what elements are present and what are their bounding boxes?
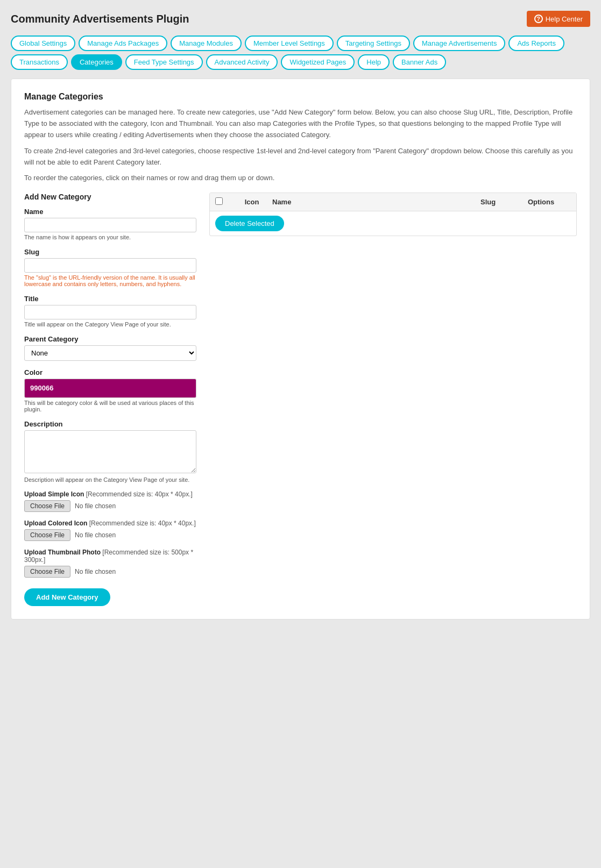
help-center-button[interactable]: ? Help Center (527, 11, 590, 27)
choose-thumbnail-button[interactable]: Choose File (24, 566, 70, 578)
parent-category-group: Parent Category None (24, 335, 196, 361)
nav-tab-manage-advertisements[interactable]: Manage Advertisements (413, 35, 505, 51)
section-title: Manage Categories (24, 92, 577, 102)
upload-simple-icon-row: Choose File No file chosen (24, 500, 196, 512)
nav-tab-transactions[interactable]: Transactions (11, 54, 68, 70)
nav-tab-global-settings[interactable]: Global Settings (11, 35, 75, 51)
main-content: Manage Categories Advertisement categori… (11, 79, 590, 620)
add-new-category-button[interactable]: Add New Category (24, 588, 110, 606)
slug-hint: The "slug" is the URL-friendly version o… (24, 274, 196, 287)
colored-icon-no-file: No file chosen (75, 531, 116, 539)
upload-thumbnail-group: Upload Thumbnail Photo [Recommended size… (24, 549, 196, 578)
title-label: Title (24, 295, 196, 303)
name-label: Name (24, 208, 196, 216)
add-category-form: Add New Category Name The name is how it… (24, 193, 196, 606)
slug-input[interactable] (24, 258, 196, 273)
parent-category-label: Parent Category (24, 335, 196, 343)
description-2: To create 2nd-level categories and 3rd-l… (24, 146, 577, 168)
options-column-header: Options (528, 198, 571, 206)
description-group: Description Description will appear on t… (24, 420, 196, 483)
choose-colored-icon-button[interactable]: Choose File (24, 529, 70, 541)
navigation-tabs: Global SettingsManage Ads PackagesManage… (11, 35, 590, 70)
nav-tab-advanced-activity[interactable]: Advanced Activity (206, 54, 278, 70)
title-input[interactable] (24, 305, 196, 319)
color-group: Color 990066 This will be category color… (24, 368, 196, 412)
upload-thumbnail-row: Choose File No file chosen (24, 566, 196, 578)
nav-tab-feed-type-settings[interactable]: Feed Type Settings (125, 54, 203, 70)
table-header: Icon Name Slug Options (210, 193, 576, 211)
help-icon: ? (534, 15, 543, 23)
nav-tab-manage-ads-packages[interactable]: Manage Ads Packages (79, 35, 167, 51)
delete-selected-button[interactable]: Delete Selected (215, 216, 284, 231)
title-group: Title Title will appear on the Category … (24, 295, 196, 328)
upload-simple-icon-label: Upload Simple Icon [Recommended size is:… (24, 490, 196, 498)
nav-tab-banner-ads[interactable]: Banner Ads (393, 54, 446, 70)
page-header: Community Advertisements Plugin ? Help C… (11, 11, 590, 27)
thumbnail-no-file: No file chosen (75, 568, 116, 575)
form-section-title: Add New Category (24, 193, 196, 201)
icon-column-header: Icon (236, 198, 268, 206)
color-hint: This will be category color & will be us… (24, 400, 196, 412)
page-title: Community Advertisements Plugin (11, 13, 189, 25)
name-column-header: Name (272, 198, 476, 206)
name-group: Name The name is how it appears on your … (24, 208, 196, 240)
slug-column-header: Slug (480, 198, 524, 206)
select-all-cell (215, 197, 231, 207)
nav-tab-manage-modules[interactable]: Manage Modules (171, 35, 242, 51)
nav-tab-help[interactable]: Help (358, 54, 390, 70)
nav-tab-widgetized-pages[interactable]: Widgetized Pages (281, 54, 355, 70)
color-value: 990066 (30, 384, 53, 392)
categories-table-panel: Icon Name Slug Options Delete Selected (209, 193, 577, 236)
nav-tab-ads-reports[interactable]: Ads Reports (508, 35, 564, 51)
description-label: Description (24, 420, 196, 428)
upload-thumbnail-label: Upload Thumbnail Photo [Recommended size… (24, 549, 196, 564)
reorder-note: To reorder the categories, click on thei… (24, 174, 577, 182)
upload-colored-icon-row: Choose File No file chosen (24, 529, 196, 541)
slug-label: Slug (24, 248, 196, 256)
nav-tab-member-level-settings[interactable]: Member Level Settings (245, 35, 334, 51)
description-1: Advertisement categories can be managed … (24, 107, 577, 140)
upload-colored-icon-label: Upload Colored Icon [Recommended size is… (24, 520, 196, 527)
color-label: Color (24, 368, 196, 376)
upload-simple-icon-group: Upload Simple Icon [Recommended size is:… (24, 490, 196, 512)
choose-simple-icon-button[interactable]: Choose File (24, 500, 70, 512)
name-hint: The name is how it appears on your site. (24, 234, 196, 240)
simple-icon-no-file: No file chosen (75, 502, 116, 510)
upload-colored-icon-group: Upload Colored Icon [Recommended size is… (24, 520, 196, 541)
select-all-checkbox[interactable] (215, 197, 223, 205)
title-hint: Title will appear on the Category View P… (24, 321, 196, 328)
description-hint: Description will appear on the Category … (24, 476, 196, 483)
name-input[interactable] (24, 218, 196, 232)
slug-group: Slug The "slug" is the URL-friendly vers… (24, 248, 196, 287)
form-table-layout: Add New Category Name The name is how it… (24, 193, 577, 606)
nav-tab-categories[interactable]: Categories (71, 54, 122, 70)
color-swatch[interactable]: 990066 (24, 379, 196, 398)
parent-category-select[interactable]: None (24, 345, 196, 361)
description-textarea[interactable] (24, 430, 196, 473)
nav-tab-targeting-settings[interactable]: Targeting Settings (337, 35, 410, 51)
